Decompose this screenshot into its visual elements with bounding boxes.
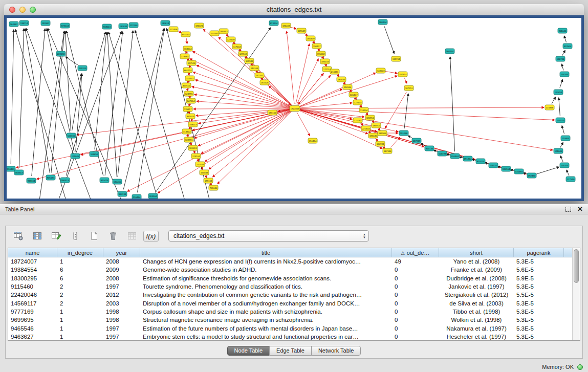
network-node[interactable]: 221644 xyxy=(361,126,371,131)
close-panel-icon[interactable]: ✕ xyxy=(577,206,583,212)
table-row[interactable]: 946554611997Estimation of the future num… xyxy=(8,324,572,332)
network-node[interactable]: 181013 xyxy=(188,145,198,150)
table-row[interactable]: 1938455462009Genome-wide association stu… xyxy=(8,266,572,274)
network-node[interactable]: 227560 xyxy=(210,31,219,36)
network-node[interactable]: 191844 xyxy=(463,156,472,161)
network-node[interactable]: 135617 xyxy=(183,106,192,112)
network-node[interactable]: 107510 xyxy=(556,118,565,123)
network-node[interactable]: 140104 xyxy=(250,65,259,71)
network-node[interactable]: 177510 xyxy=(566,177,575,182)
network-node[interactable]: 910944 xyxy=(450,154,460,159)
network-node[interactable]: 121045 xyxy=(71,154,80,159)
network-node[interactable]: 193342 xyxy=(41,20,50,26)
network-node[interactable]: 122150 xyxy=(129,23,138,28)
network-node[interactable]: 184204 xyxy=(183,46,192,51)
network-node[interactable]: 181644 xyxy=(337,77,346,82)
close-window-button[interactable] xyxy=(9,7,15,13)
network-node[interactable]: 361013 xyxy=(186,114,195,119)
network-node[interactable]: 190465 xyxy=(113,179,122,184)
network-node[interactable]: 913504 xyxy=(563,43,572,49)
network-node[interactable]: 121045 xyxy=(554,148,563,154)
network-node[interactable]: 751044 xyxy=(209,185,218,190)
network-node[interactable]: 905193 xyxy=(46,175,55,180)
column-header-short[interactable]: short xyxy=(439,248,514,257)
network-node[interactable]: 924504 xyxy=(148,193,158,199)
table-row[interactable]: 1830029562008Estimation of significance … xyxy=(8,274,572,282)
network-node[interactable]: 125549 xyxy=(297,28,306,33)
tab-node-table[interactable]: Node Table xyxy=(227,346,270,356)
float-panel-icon[interactable] xyxy=(565,207,571,212)
network-node[interactable]: 187751 xyxy=(404,85,413,91)
network-node[interactable]: 712544 xyxy=(195,162,205,167)
new-document-button[interactable] xyxy=(88,229,101,243)
column-header-out_degree[interactable]: △out_de… xyxy=(392,248,439,257)
network-node[interactable]: 117244 xyxy=(232,44,242,49)
column-header-name[interactable]: name xyxy=(8,248,57,257)
network-node[interactable]: 1724069 xyxy=(290,106,300,112)
network-node[interactable]: 116164 xyxy=(343,84,352,90)
edit-table-button[interactable] xyxy=(50,229,63,243)
network-node[interactable]: 104193 xyxy=(438,151,447,156)
network-node[interactable]: 210464 xyxy=(132,194,141,199)
network-node[interactable]: 122104 xyxy=(353,100,362,105)
network-view[interactable]: 1724069164962139714193342873104908113190… xyxy=(4,15,584,201)
network-node[interactable]: 910463 xyxy=(7,166,15,171)
network-node[interactable]: 951046 xyxy=(558,28,567,33)
network-node[interactable]: 196137 xyxy=(312,43,321,49)
network-node[interactable]: 142751 xyxy=(185,76,194,81)
network-node[interactable]: 190034 xyxy=(119,24,128,29)
network-node[interactable]: 104104 xyxy=(560,163,569,168)
network-node[interactable]: 106421 xyxy=(489,163,498,168)
network-node[interactable]: 873104 xyxy=(60,23,70,28)
minimize-window-button[interactable] xyxy=(19,7,26,13)
network-node[interactable]: 590513 xyxy=(60,178,70,183)
network-node[interactable]: 110454 xyxy=(554,90,563,95)
network-node[interactable]: 166409 xyxy=(306,36,315,41)
network-node[interactable]: 192450 xyxy=(527,173,536,178)
network-node[interactable]: 105165 xyxy=(67,133,76,138)
network-node[interactable]: 124755 xyxy=(184,91,193,96)
network-node[interactable]: 601214 xyxy=(183,68,192,73)
network-node[interactable]: 185912 xyxy=(372,123,381,128)
network-node[interactable]: 205310 xyxy=(78,65,87,71)
network-node[interactable]: 910424 xyxy=(100,178,109,183)
network-node[interactable]: 851044 xyxy=(181,32,190,37)
network-node[interactable]: 186021 xyxy=(194,23,204,28)
network-node[interactable]: 933104 xyxy=(27,178,36,183)
tab-edge-table[interactable]: Edge Table xyxy=(269,346,312,356)
network-node[interactable]: 186104 xyxy=(378,19,387,25)
network-node[interactable]: 104164 xyxy=(560,72,569,77)
network-node[interactable]: 123104 xyxy=(191,154,201,159)
show-columns-button[interactable] xyxy=(31,229,44,243)
network-canvas[interactable]: 1724069164962139714193342873104908113190… xyxy=(7,18,581,199)
network-node[interactable]: 161044 xyxy=(200,170,209,175)
network-node[interactable]: 210611 xyxy=(330,69,339,74)
network-node[interactable]: 186553 xyxy=(219,29,228,34)
vertical-scrollbar[interactable] xyxy=(572,248,580,340)
network-node[interactable]: 132201 xyxy=(255,73,264,78)
network-node[interactable]: 175104 xyxy=(204,178,213,183)
scrollbar-thumb[interactable] xyxy=(574,249,579,283)
network-node[interactable]: 191046 xyxy=(399,130,408,136)
network-node[interactable]: 190994 xyxy=(376,141,385,146)
network-node[interactable]: 179184 xyxy=(180,54,189,59)
table-row[interactable]: 2242004622012Investigating the contribut… xyxy=(8,291,572,299)
network-node[interactable]: 106447 xyxy=(349,92,358,97)
network-node[interactable]: 104651 xyxy=(90,151,99,157)
network-node[interactable]: 122608 xyxy=(226,37,235,42)
table-row[interactable]: 1456911722003Disruption of a novel membe… xyxy=(8,299,572,307)
table-row[interactable]: 1872400712008Changes of HCN gene express… xyxy=(8,257,572,266)
network-node[interactable]: 185104 xyxy=(320,59,330,64)
network-node[interactable]: 119734 xyxy=(391,56,401,61)
tab-network-table[interactable]: Network Table xyxy=(311,346,361,356)
network-node[interactable]: 195104 xyxy=(502,166,511,171)
network-node[interactable]: 161626 xyxy=(260,80,269,85)
network-node[interactable]: 121064 xyxy=(353,118,362,123)
network-node[interactable]: 189965 xyxy=(378,130,387,136)
network-node[interactable]: 166734 xyxy=(445,49,454,54)
column-header-in_degree[interactable]: in_degree xyxy=(57,248,103,257)
column-header-title[interactable]: title xyxy=(140,248,392,257)
network-node[interactable]: 910124 xyxy=(476,159,485,164)
network-node[interactable]: 917134 xyxy=(425,146,434,151)
network-node[interactable]: 108113 xyxy=(188,122,198,127)
